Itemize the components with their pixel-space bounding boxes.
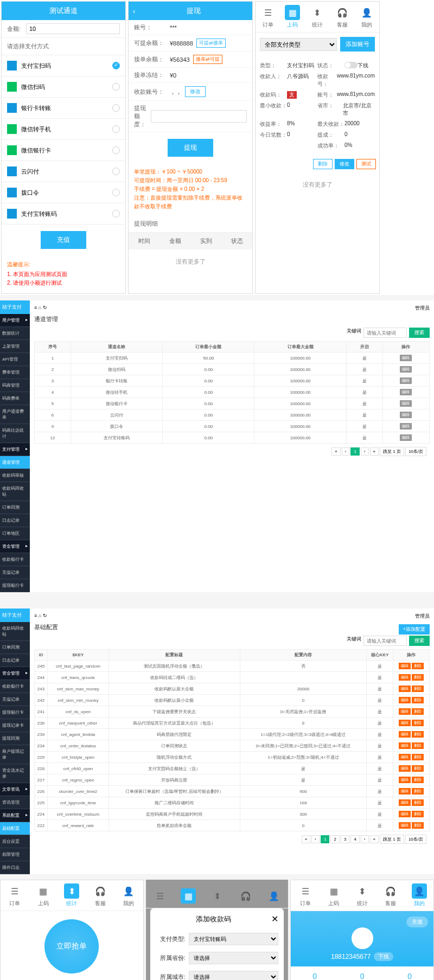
status-toggle[interactable] <box>344 62 358 68</box>
sidebar-group[interactable]: 用户管理▸ <box>0 314 30 327</box>
edit-button[interactable]: 编辑 <box>399 822 411 829</box>
sidebar-group[interactable]: 文章资讯▸ <box>0 783 30 796</box>
sidebar-item[interactable]: 提现银行卡 <box>0 706 30 719</box>
sidebar-item[interactable]: 商户提现记录 <box>0 745 30 764</box>
tab-upload[interactable]: ▦ <box>174 885 203 908</box>
delete-button[interactable]: 删除 <box>412 742 424 749</box>
search-button[interactable]: 搜索 <box>409 636 430 646</box>
edit-button[interactable]: 修改 <box>335 159 354 169</box>
sidebar-item[interactable]: 收款银行卡 <box>0 553 30 566</box>
back-icon[interactable]: ‹ <box>133 7 135 15</box>
edit-button[interactable]: 编辑 <box>400 412 412 418</box>
tab-upload[interactable]: ▦上码 <box>280 2 305 32</box>
user-role[interactable]: 管理员 <box>415 305 430 312</box>
edit-button[interactable]: 编辑 <box>399 777 411 783</box>
edit-button[interactable]: 编辑 <box>400 423 412 430</box>
toolbar-icons[interactable]: ≡ ⌂ ↻ <box>34 613 47 620</box>
close-icon[interactable]: ✕ <box>271 914 278 924</box>
tab-orders[interactable]: ☰订单 <box>1 880 29 911</box>
tab-stats[interactable]: ⬍统计 <box>58 880 86 911</box>
sidebar-item[interactable]: 码商比达统计 <box>0 424 30 443</box>
search-button[interactable]: 搜索 <box>409 328 430 338</box>
sidebar-item[interactable]: 码商管理 <box>0 379 30 392</box>
sidebar-item[interactable]: 订单回溯 <box>0 501 30 514</box>
tab-orders[interactable]: ☰ <box>146 885 175 908</box>
edit-button[interactable]: 编辑 <box>399 686 411 692</box>
pager[interactable]: «‹1›»跳至 1 页10条/页 <box>34 444 430 459</box>
tab-mine[interactable]: 👤我的 <box>114 880 143 911</box>
delete-button[interactable]: 删除 <box>412 822 424 829</box>
edit-button[interactable]: 编辑 <box>399 720 411 726</box>
sidebar-item[interactable]: 日志记录 <box>0 654 30 667</box>
sidebar-group[interactable]: 资金管理▸ <box>0 667 30 680</box>
sidebar-item[interactable]: 资金流水记录 <box>0 764 30 783</box>
sidebar-item[interactable]: 后台设置 <box>0 835 30 848</box>
sidebar-item[interactable]: 提现回溯 <box>0 732 30 745</box>
edit-button[interactable]: 编辑 <box>400 389 412 395</box>
sidebar-item[interactable]: API管理 <box>0 353 30 366</box>
edit-button[interactable]: 编辑 <box>399 697 411 703</box>
order-tag[interactable]: 接单⇌可提 <box>193 55 222 64</box>
delete-button[interactable]: 删除 <box>412 799 424 806</box>
test-button[interactable]: 测试 <box>356 159 376 169</box>
sidebar-group[interactable]: 资金管理▸ <box>0 540 30 553</box>
tab-orders[interactable]: ☰订单 <box>291 880 320 911</box>
sidebar-item[interactable]: 提现银行卡 <box>0 579 30 592</box>
tab-service[interactable]: 🎧客服 <box>376 880 405 911</box>
amount-input[interactable] <box>26 23 120 34</box>
balance-tag[interactable]: 可提⇌接单 <box>196 39 226 48</box>
search-input[interactable] <box>363 636 407 646</box>
delete-button[interactable]: 删除 <box>412 708 424 715</box>
sidebar-item[interactable]: 费率管理 <box>0 366 30 379</box>
delete-button[interactable]: 删除 <box>412 811 424 817</box>
edit-button[interactable]: 编辑 <box>399 799 411 806</box>
tab-service[interactable]: 🎧 <box>231 885 260 908</box>
edit-button[interactable]: 编辑 <box>399 674 411 681</box>
sidebar-item[interactable]: 数据统计 <box>0 327 30 340</box>
pay-option-wx-bank[interactable]: 微信银行卡 <box>2 140 125 161</box>
sidebar-item[interactable]: 收款码审核 <box>0 469 30 482</box>
edit-button[interactable]: 编辑 <box>400 434 412 441</box>
tab-mine[interactable]: 👤我的 <box>405 880 433 911</box>
tab-service[interactable]: 🎧客服 <box>86 880 115 911</box>
edit-button[interactable]: 编辑 <box>399 708 411 715</box>
edit-button[interactable]: 编辑 <box>400 377 412 384</box>
withdraw-button[interactable]: 提现 <box>168 139 213 157</box>
tab-stats[interactable]: ⬍统计 <box>305 2 330 32</box>
edit-button[interactable]: 编辑 <box>399 742 411 749</box>
sidebar-item[interactable]: 订单回溯 <box>0 641 30 654</box>
delete-button[interactable]: 删除 <box>412 720 424 726</box>
delete-button[interactable]: 删除 <box>412 754 424 760</box>
sidebar-item[interactable]: 通道管理 <box>0 456 30 469</box>
form-select[interactable]: 请选择 <box>189 952 279 964</box>
tab-stats[interactable]: ⬍ <box>203 885 232 908</box>
edit-button[interactable]: 编辑 <box>400 355 412 361</box>
tab-orders[interactable]: ☰订单 <box>256 2 280 32</box>
pay-option-alipay-scan[interactable]: 支付宝扫码 <box>2 55 125 76</box>
sidebar-item[interactable]: 资讯管理 <box>0 796 30 809</box>
pay-option-ali-transfer[interactable]: 支付宝转账码 <box>2 203 125 225</box>
delete-button[interactable]: 删除 <box>412 663 424 669</box>
tab-stats[interactable]: ⬍统计 <box>348 880 376 911</box>
delete-button[interactable]: 删除 <box>412 697 424 703</box>
form-select[interactable]: 支付宝转账码 <box>189 933 279 945</box>
tab-service[interactable]: 🎧客服 <box>330 2 355 32</box>
edit-button[interactable]: 编辑 <box>399 765 411 772</box>
tab-mine[interactable]: 👤我的 <box>354 2 379 32</box>
add-account-button[interactable]: 添加账号 <box>340 37 375 52</box>
edit-button[interactable]: 编辑 <box>399 811 411 817</box>
tab-mine[interactable]: 👤 <box>260 885 289 908</box>
pay-option-bank[interactable]: 银行卡转账 <box>2 98 125 119</box>
sidebar-item[interactable]: 充值记录 <box>0 693 30 706</box>
sidebar-item[interactable]: 操作日志 <box>0 861 30 874</box>
toolbar-icons[interactable]: ≡ ⌂ ↻ <box>34 305 47 312</box>
offline-badge[interactable]: 下线 <box>374 952 393 961</box>
grab-button[interactable]: 立即抢单 <box>44 919 99 973</box>
edit-button[interactable]: 编辑 <box>400 366 412 373</box>
sidebar-item[interactable]: 基础配置 <box>0 822 30 835</box>
delete-button[interactable]: 删除 <box>412 674 424 681</box>
modify-button[interactable]: 修改 <box>185 86 206 97</box>
edit-button[interactable]: 编辑 <box>399 754 411 760</box>
withdraw-input[interactable] <box>151 110 247 123</box>
pay-option-kouling[interactable]: 拨口令 <box>2 182 125 203</box>
